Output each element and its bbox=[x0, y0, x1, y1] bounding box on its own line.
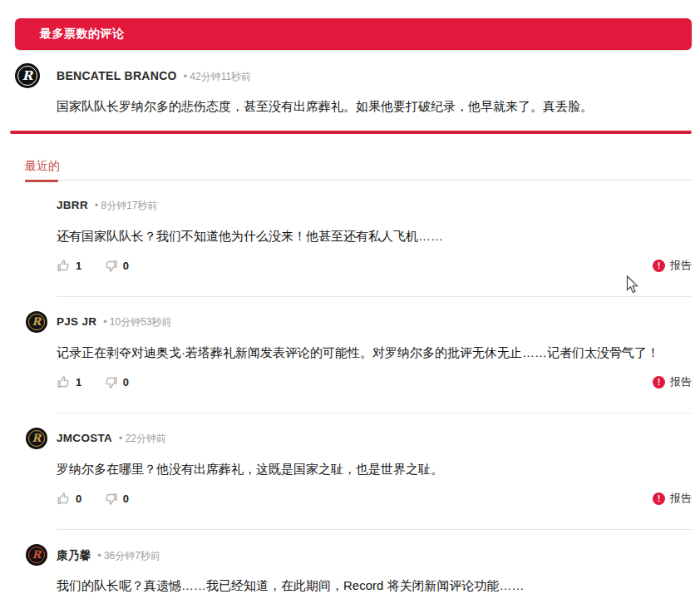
comment-author: JBRR bbox=[57, 199, 88, 211]
report-exclamation-icon: ! bbox=[653, 260, 665, 272]
like-button[interactable]: 1 bbox=[57, 259, 81, 273]
comment-header: PJS JR • 10分钟53秒前 bbox=[57, 315, 172, 329]
record-logo-icon: R bbox=[28, 547, 46, 564]
comment-header: JMCOSTA • 22分钟前 bbox=[57, 432, 166, 446]
comment-text: 记录正在剥夺对迪奥戈·若塔葬礼新闻发表评论的可能性。对罗纳尔多的批评无休无止……… bbox=[57, 344, 678, 361]
like-count: 1 bbox=[76, 376, 81, 389]
comment-timestamp: • 36分钟7秒前 bbox=[97, 549, 160, 563]
comment-author: 康乃馨 bbox=[57, 548, 91, 563]
thumb-down-icon bbox=[104, 375, 118, 389]
dislike-count: 0 bbox=[123, 493, 129, 505]
report-button[interactable]: ! 报告 bbox=[653, 374, 692, 389]
comment-divider bbox=[57, 296, 692, 297]
featured-comment-author: BENCATEL BRANCO bbox=[57, 69, 177, 82]
comment-item: R 康乃馨 • 36分钟7秒前 我们的队长呢？真遗憾……我已经知道，在此期间，R… bbox=[0, 541, 700, 599]
comment-timestamp: • 10分钟53秒前 bbox=[103, 315, 171, 329]
comment-avatar: R bbox=[26, 544, 47, 566]
comment-avatar: R bbox=[26, 428, 47, 449]
comment-actions: 1 0 ! 报告 bbox=[57, 374, 692, 393]
dislike-count: 0 bbox=[123, 376, 129, 389]
comment-text: 罗纳尔多在哪里？他没有出席葬礼，这既是国家之耻，也是世界之耻。 bbox=[57, 460, 678, 478]
comment-timestamp: • 8分钟17秒前 bbox=[95, 199, 158, 213]
report-button[interactable]: ! 报告 bbox=[653, 258, 692, 273]
comment-divider bbox=[57, 529, 692, 530]
comment-actions: 1 0 ! 报告 bbox=[57, 258, 692, 276]
like-button[interactable]: 0 bbox=[57, 492, 81, 506]
report-label: 报告 bbox=[670, 258, 692, 273]
comment-author: PJS JR bbox=[57, 315, 96, 328]
report-exclamation-icon: ! bbox=[653, 493, 665, 505]
comment-header: JBRR • 8分钟17秒前 bbox=[57, 199, 158, 213]
report-label: 报告 bbox=[670, 491, 692, 506]
tab-recent[interactable]: 最近的 bbox=[25, 159, 67, 181]
comments-page: 最多票数的评论 R BENCATEL BRANCO • 42分钟11秒前 国家队… bbox=[0, 0, 700, 599]
report-exclamation-icon: ! bbox=[653, 376, 665, 389]
comment-text: 还有国家队队长？我们不知道他为什么没来！他甚至还有私人飞机…… bbox=[57, 227, 678, 245]
comment-item: R PJS JR • 10分钟53秒前 记录正在剥夺对迪奥戈·若塔葬礼新闻发表评… bbox=[0, 308, 700, 424]
record-logo-icon: R bbox=[28, 430, 46, 448]
comment-item: R JMCOSTA • 22分钟前 罗纳尔多在哪里？他没有出席葬礼，这既是国家之… bbox=[0, 424, 700, 541]
dislike-button[interactable]: 0 bbox=[104, 259, 129, 273]
comment-header: 康乃馨 • 36分钟7秒前 bbox=[57, 548, 160, 563]
featured-comment-avatar: R bbox=[15, 63, 40, 88]
like-count: 1 bbox=[76, 260, 81, 272]
most-voted-banner: 最多票数的评论 bbox=[15, 18, 692, 50]
comment-text: 我们的队长呢？真遗憾……我已经知道，在此期间，Record 将关闭新闻评论功能…… bbox=[57, 577, 678, 594]
thumb-up-icon bbox=[57, 492, 71, 506]
comment-avatar: R bbox=[26, 311, 47, 333]
dislike-button[interactable]: 0 bbox=[104, 492, 129, 506]
featured-comment-text: 国家队队长罗纳尔多的悲伤态度，甚至没有出席葬礼。如果他要打破纪录，他早就来了。真… bbox=[57, 97, 672, 116]
mouse-cursor bbox=[626, 275, 639, 294]
thumb-up-icon bbox=[57, 259, 71, 273]
thumb-down-icon bbox=[104, 259, 118, 273]
thumb-up-icon bbox=[57, 375, 71, 389]
most-voted-banner-title: 最多票数的评论 bbox=[40, 27, 125, 42]
comment-item: JBRR • 8分钟17秒前 还有国家队队长？我们不知道他为什么没来！他甚至还有… bbox=[0, 191, 700, 308]
like-count: 0 bbox=[76, 493, 81, 505]
comments-tabbar: 最近的 bbox=[25, 158, 692, 181]
report-label: 报告 bbox=[670, 374, 692, 389]
record-logo-icon: R bbox=[17, 66, 37, 86]
comment-actions: 0 0 ! 报告 bbox=[57, 491, 692, 509]
comment-author: JMCOSTA bbox=[57, 432, 112, 444]
record-logo-icon: R bbox=[28, 314, 46, 331]
report-button[interactable]: ! 报告 bbox=[653, 491, 692, 506]
comment-divider bbox=[57, 413, 692, 413]
dislike-button[interactable]: 0 bbox=[104, 375, 129, 389]
thumb-down-icon bbox=[104, 492, 118, 506]
like-button[interactable]: 1 bbox=[57, 375, 81, 389]
featured-comment-header: BENCATEL BRANCO • 42分钟11秒前 bbox=[57, 69, 251, 84]
featured-section-bottom-border bbox=[10, 131, 692, 134]
comment-timestamp: • 22分钟前 bbox=[119, 432, 166, 446]
featured-comment-timestamp: • 42分钟11秒前 bbox=[184, 70, 251, 84]
dislike-count: 0 bbox=[123, 260, 129, 272]
